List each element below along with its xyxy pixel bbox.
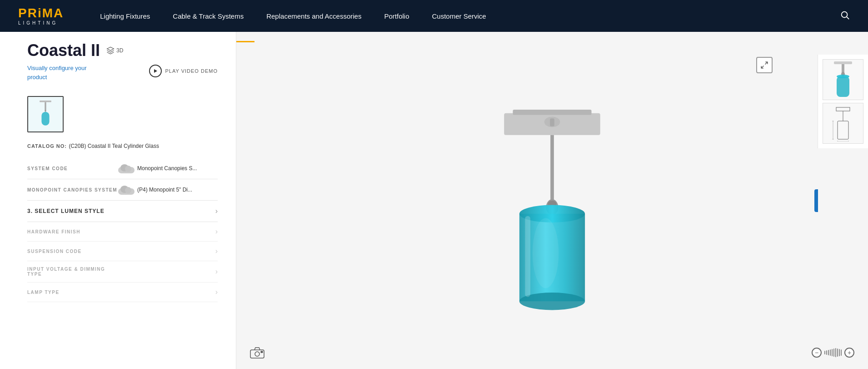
select-lumen-label: 3. SELECT LUMEN STYLE [27,208,215,214]
zoom-plus-button[interactable]: + [844,348,854,358]
svg-line-1 [847,17,849,19]
hardware-finish-arrow: › [215,227,218,236]
nav-customer-service[interactable]: Customer Service [432,12,486,20]
svg-rect-18 [550,118,554,126]
svg-rect-4 [45,102,46,110]
lamp-type-label: LAMP TYPE [27,290,118,295]
monopoint-label: MONOPOINT CANOPIES SYSTEM [27,187,118,192]
right-thumb-color[interactable] [823,59,863,100]
hardware-finish-row[interactable]: HARDWARE FINISH › [27,222,218,242]
svg-point-9 [125,166,131,172]
catalog-row: CATALOG NO: (C20B) Coastal II Teal Cylin… [27,142,218,150]
search-button[interactable] [840,10,850,22]
thumbnail-pendant-icon [36,101,55,128]
nav-replacements[interactable]: Replacements and Accessories [266,12,361,20]
play-video-label: PLAY VIDEO DEMO [165,68,218,74]
zoom-tick-5 [832,349,833,356]
input-voltage-row[interactable]: INPUT VOLTAGE & DIMMING TYPE › [27,261,218,283]
expand-icon [760,61,768,69]
svg-rect-19 [550,135,554,205]
zoom-controls: − + [812,348,854,358]
zoom-slider[interactable] [824,348,842,357]
monopoint-text: (P4) Monopoint 5" Di... [137,187,192,193]
thumb-pendant-color-icon [829,61,857,98]
svg-point-12 [125,187,131,193]
product-title: Coastal II [27,41,100,60]
nav-portfolio[interactable]: Portfolio [384,12,409,20]
svg-rect-25 [525,216,530,297]
badge-3d[interactable]: 3D [106,46,123,55]
zoom-tick-6 [833,349,834,357]
nav-links: Lighting Fixtures Cable & Track Systems … [100,12,840,20]
svg-point-31 [837,75,849,78]
viewer-tab-2[interactable] [254,32,273,42]
logo[interactable]: PRiMA LIGHTING [18,7,64,25]
zoom-tick-3 [828,350,829,355]
input-voltage-label: INPUT VOLTAGE & DIMMING TYPE [27,267,118,277]
zoom-tick-10 [841,349,842,356]
select-lumen-arrow: › [215,207,218,215]
nav-cable-track[interactable]: Cable & Track Systems [173,12,244,20]
svg-rect-6 [41,112,49,126]
svg-marker-2 [154,69,157,73]
monopoint-row: MONOPOINT CANOPIES SYSTEM (P4) Monopoint… [27,179,218,201]
search-icon [840,10,850,20]
input-voltage-arrow: › [215,268,218,276]
cloud-icon [118,163,135,173]
system-code-row: SYSTEM CODE Monopoint Canopies S... [27,158,218,179]
configure-text: Visually configure your product [27,64,87,81]
play-icon [153,69,158,73]
svg-rect-30 [837,76,849,97]
navbar: PRiMA LIGHTING Lighting Fixtures Cable &… [0,0,868,32]
pendant-3d-svg [448,87,657,314]
right-thumbnails [818,55,868,148]
svg-point-26 [533,218,559,288]
system-code-text: Monopoint Canopies S... [137,165,197,172]
main-content: Coastal II 3D Visually configure your pr… [0,32,868,369]
zoom-minus-button[interactable]: − [812,348,822,358]
svg-point-0 [842,12,848,18]
catalog-value: (C20B) Coastal II Teal Cylinder Glass [69,143,159,149]
viewer-tab-1[interactable] [236,32,254,42]
monopoint-chip[interactable]: (P4) Monopoint 5" Di... [118,185,192,195]
viewer-bottom: − + [236,345,868,360]
suspension-code-row[interactable]: SUSPENSION CODE › [27,242,218,261]
right-panel: − + [236,32,868,369]
suspension-code-arrow: › [215,247,218,255]
product-thumbnail-active[interactable] [27,96,64,132]
product-3d-view [236,32,868,369]
svg-rect-16 [513,110,591,115]
play-button[interactable] [149,65,162,77]
expand-button[interactable] [756,57,773,73]
right-thumb-line[interactable] [823,103,863,144]
svg-line-14 [761,66,763,68]
cloud-icon-mono [118,185,135,195]
zoom-tick-8 [837,349,838,357]
system-code-value-wrap: Monopoint Canopies S... [118,163,218,173]
camera-icon [250,345,264,360]
svg-rect-27 [834,61,852,64]
hardware-finish-label: HARDWARE FINISH [27,229,118,234]
zoom-tick-2 [826,350,827,355]
play-video-row[interactable]: PLAY VIDEO DEMO [149,65,218,77]
select-lumen-section[interactable]: 3. SELECT LUMEN STYLE › [27,201,218,222]
catalog-label: CATALOG NO: [27,143,67,149]
zoom-tick-4 [830,349,831,356]
nav-lighting-fixtures[interactable]: Lighting Fixtures [100,12,150,20]
svg-rect-32 [836,107,850,111]
svg-rect-3 [40,101,51,102]
svg-line-13 [765,62,768,64]
logo-text: PRiMA [18,7,64,20]
camera-button[interactable] [250,345,264,360]
cube-icon [106,46,115,55]
left-panel: Coastal II 3D Visually configure your pr… [0,32,236,369]
monopoint-value-wrap: (P4) Monopoint 5" Di... [118,185,218,195]
system-code-chip[interactable]: Monopoint Canopies S... [118,163,197,173]
product-title-row: Coastal II 3D [27,41,218,60]
thumbnail-row [27,96,218,132]
zoom-tick-7 [835,348,836,357]
lamp-type-arrow: › [215,288,218,296]
lamp-type-row[interactable]: LAMP TYPE › [27,283,218,302]
viewer-tabs [236,32,273,42]
svg-point-42 [255,352,259,356]
